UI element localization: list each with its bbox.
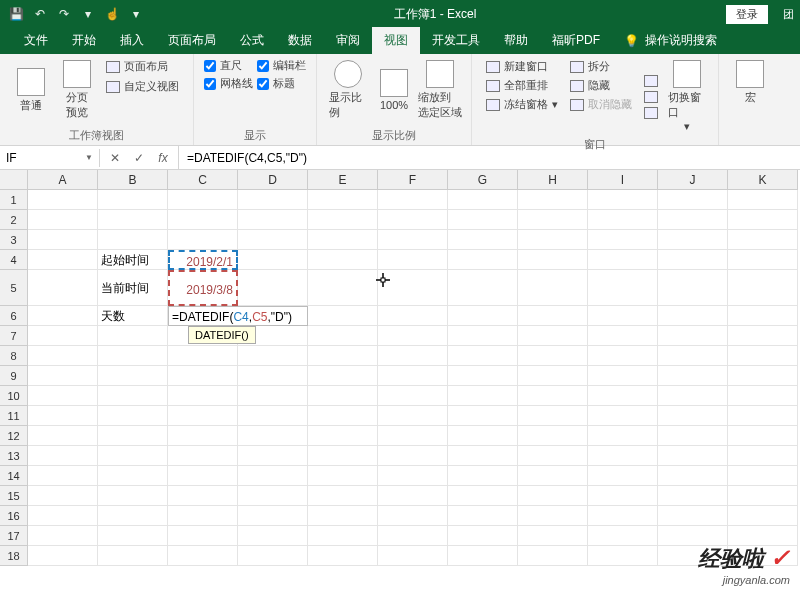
cell[interactable] — [378, 210, 448, 230]
cell[interactable] — [168, 210, 238, 230]
cell-c5[interactable]: 2019/3/8 — [168, 270, 238, 306]
cell[interactable] — [518, 250, 588, 270]
cell[interactable] — [728, 386, 798, 406]
cell[interactable] — [168, 486, 238, 506]
cell[interactable] — [728, 446, 798, 466]
cell[interactable] — [588, 346, 658, 366]
cell[interactable] — [518, 526, 588, 546]
row-header[interactable]: 6 — [0, 306, 28, 326]
save-icon[interactable]: 💾 — [8, 6, 24, 22]
login-button[interactable]: 登录 — [726, 5, 768, 24]
cell[interactable] — [238, 270, 308, 306]
cell[interactable] — [518, 426, 588, 446]
cell[interactable] — [658, 270, 728, 306]
cell[interactable] — [98, 366, 168, 386]
custom-views-button[interactable]: 自定义视图 — [102, 78, 183, 95]
cell-b5[interactable]: 当前时间 — [98, 270, 168, 306]
cell[interactable] — [308, 210, 378, 230]
qat-more-icon[interactable]: ▾ — [80, 6, 96, 22]
row-header[interactable]: 15 — [0, 486, 28, 506]
cell[interactable] — [378, 426, 448, 446]
cell[interactable] — [518, 506, 588, 526]
cell[interactable] — [728, 270, 798, 306]
cell[interactable] — [518, 466, 588, 486]
cell[interactable] — [98, 426, 168, 446]
gridlines-checkbox[interactable]: 网格线 — [204, 76, 253, 91]
tab-help[interactable]: 帮助 — [492, 27, 540, 54]
cell[interactable] — [658, 386, 728, 406]
cell[interactable] — [518, 326, 588, 346]
cell[interactable] — [168, 506, 238, 526]
row-header[interactable]: 10 — [0, 386, 28, 406]
row-header[interactable]: 7 — [0, 326, 28, 346]
cell[interactable] — [308, 230, 378, 250]
cell[interactable] — [168, 426, 238, 446]
cell[interactable] — [588, 386, 658, 406]
cell[interactable] — [728, 306, 798, 326]
cell[interactable] — [238, 210, 308, 230]
cell[interactable] — [98, 486, 168, 506]
cell[interactable] — [658, 406, 728, 426]
cell[interactable] — [168, 546, 238, 566]
cell[interactable] — [588, 230, 658, 250]
cell[interactable] — [238, 446, 308, 466]
cell[interactable] — [28, 526, 98, 546]
cell[interactable] — [28, 506, 98, 526]
cell[interactable] — [28, 326, 98, 346]
cell[interactable] — [28, 210, 98, 230]
cell[interactable] — [448, 346, 518, 366]
window-control-icon[interactable]: 团 — [776, 7, 800, 22]
cell[interactable] — [588, 270, 658, 306]
row-header[interactable]: 12 — [0, 426, 28, 446]
select-all-corner[interactable] — [0, 170, 28, 190]
cell[interactable] — [658, 326, 728, 346]
cell[interactable] — [98, 406, 168, 426]
cell[interactable] — [588, 486, 658, 506]
cell[interactable] — [518, 406, 588, 426]
cell[interactable] — [518, 210, 588, 230]
column-header[interactable]: F — [378, 170, 448, 190]
cell[interactable] — [588, 366, 658, 386]
reset-position-icon[interactable] — [640, 106, 662, 120]
cell[interactable] — [658, 506, 728, 526]
cell[interactable] — [588, 406, 658, 426]
cell[interactable] — [728, 250, 798, 270]
cell-c6-editing[interactable]: =DATEDIF(C4,C5,"D") — [168, 306, 308, 326]
cell[interactable] — [98, 506, 168, 526]
row-header[interactable]: 2 — [0, 210, 28, 230]
cell[interactable] — [28, 386, 98, 406]
cell[interactable] — [728, 190, 798, 210]
cell[interactable] — [28, 250, 98, 270]
cell[interactable] — [168, 446, 238, 466]
cell[interactable] — [378, 466, 448, 486]
cell[interactable] — [28, 466, 98, 486]
cell[interactable] — [448, 366, 518, 386]
row-header[interactable]: 3 — [0, 230, 28, 250]
cell[interactable] — [588, 326, 658, 346]
cell[interactable] — [728, 366, 798, 386]
cell[interactable] — [308, 346, 378, 366]
page-break-preview-button[interactable]: 分页 预览 — [56, 58, 98, 122]
cell[interactable] — [28, 190, 98, 210]
new-window-button[interactable]: 新建窗口 — [482, 58, 562, 75]
column-header[interactable]: E — [308, 170, 378, 190]
redo-icon[interactable]: ↷ — [56, 6, 72, 22]
cell[interactable] — [588, 306, 658, 326]
cell[interactable] — [378, 486, 448, 506]
cell[interactable] — [588, 446, 658, 466]
unhide-button[interactable]: 取消隐藏 — [566, 96, 636, 113]
cell[interactable] — [448, 270, 518, 306]
cell[interactable] — [238, 366, 308, 386]
cell[interactable] — [378, 406, 448, 426]
tab-formulas[interactable]: 公式 — [228, 27, 276, 54]
cell[interactable] — [588, 526, 658, 546]
enter-formula-button[interactable]: ✓ — [132, 151, 146, 165]
cell[interactable] — [588, 546, 658, 566]
fx-button[interactable]: fx — [156, 151, 170, 165]
row-header[interactable]: 11 — [0, 406, 28, 426]
cell[interactable] — [378, 446, 448, 466]
cell[interactable] — [728, 230, 798, 250]
cell[interactable] — [588, 506, 658, 526]
cell[interactable] — [448, 406, 518, 426]
freeze-panes-button[interactable]: 冻结窗格 ▾ — [482, 96, 562, 113]
